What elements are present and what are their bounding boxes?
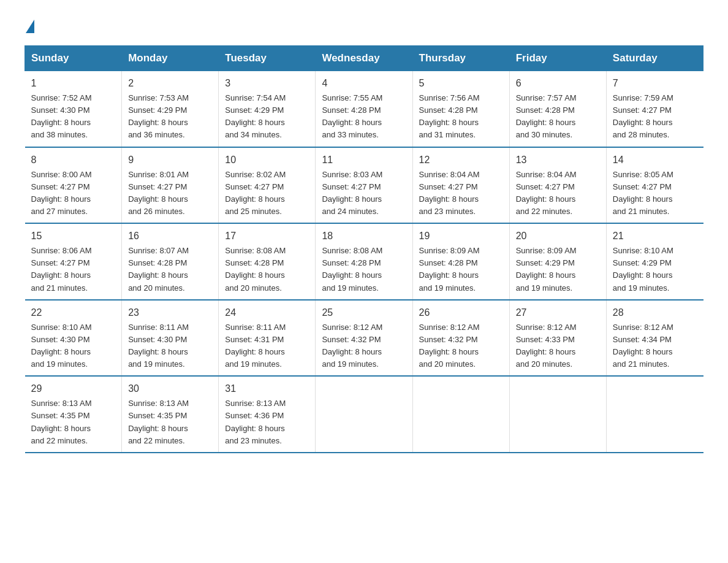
day-info: Sunrise: 7:55 AMSunset: 4:28 PMDaylight:… [322, 92, 406, 142]
day-number: 15 [31, 229, 116, 243]
day-info: Sunrise: 8:08 AMSunset: 4:28 PMDaylight:… [322, 245, 406, 294]
header-friday: Friday [509, 46, 606, 71]
day-info: Sunrise: 8:12 AMSunset: 4:34 PMDaylight:… [613, 321, 697, 371]
day-info: Sunrise: 8:04 AMSunset: 4:27 PMDaylight:… [516, 169, 600, 218]
calendar-cell: 3Sunrise: 7:54 AMSunset: 4:29 PMDaylight… [219, 71, 316, 147]
day-info: Sunrise: 8:10 AMSunset: 4:29 PMDaylight:… [613, 245, 697, 294]
day-info: Sunrise: 8:12 AMSunset: 4:33 PMDaylight:… [516, 321, 600, 371]
day-info: Sunrise: 7:56 AMSunset: 4:28 PMDaylight:… [419, 92, 503, 142]
day-number: 12 [419, 153, 503, 167]
day-number: 7 [613, 76, 697, 91]
calendar-cell: 14Sunrise: 8:05 AMSunset: 4:27 PMDayligh… [606, 147, 703, 224]
day-number: 16 [128, 229, 212, 243]
day-number: 6 [516, 76, 600, 91]
day-number: 5 [419, 76, 503, 91]
calendar-cell: 30Sunrise: 8:13 AMSunset: 4:35 PMDayligh… [122, 376, 219, 453]
calendar-cell: 6Sunrise: 7:57 AMSunset: 4:28 PMDaylight… [509, 71, 606, 147]
day-number: 18 [322, 229, 406, 243]
day-info: Sunrise: 8:06 AMSunset: 4:27 PMDaylight:… [31, 245, 116, 294]
header-tuesday: Tuesday [219, 46, 316, 71]
calendar-cell: 21Sunrise: 8:10 AMSunset: 4:29 PMDayligh… [606, 223, 703, 300]
calendar-cell [316, 376, 412, 453]
logo-triangle-icon [26, 20, 34, 33]
calendar-cell: 2Sunrise: 7:53 AMSunset: 4:29 PMDaylight… [122, 71, 219, 147]
day-number: 3 [225, 76, 309, 91]
calendar-cell: 5Sunrise: 7:56 AMSunset: 4:28 PMDaylight… [412, 71, 509, 147]
calendar-cell: 9Sunrise: 8:01 AMSunset: 4:27 PMDaylight… [122, 147, 219, 224]
calendar-cell: 20Sunrise: 8:09 AMSunset: 4:29 PMDayligh… [509, 223, 606, 300]
day-info: Sunrise: 8:11 AMSunset: 4:30 PMDaylight:… [128, 321, 212, 371]
header-saturday: Saturday [606, 46, 703, 71]
day-info: Sunrise: 8:02 AMSunset: 4:27 PMDaylight:… [225, 169, 309, 218]
calendar-week-row: 15Sunrise: 8:06 AMSunset: 4:27 PMDayligh… [25, 223, 703, 300]
day-info: Sunrise: 8:13 AMSunset: 4:35 PMDaylight:… [31, 397, 116, 447]
logo [25, 18, 34, 33]
header-wednesday: Wednesday [316, 46, 412, 71]
day-info: Sunrise: 8:13 AMSunset: 4:35 PMDaylight:… [128, 397, 212, 447]
day-info: Sunrise: 8:03 AMSunset: 4:27 PMDaylight:… [322, 169, 406, 218]
calendar-week-row: 8Sunrise: 8:00 AMSunset: 4:27 PMDaylight… [25, 147, 703, 224]
calendar-cell: 23Sunrise: 8:11 AMSunset: 4:30 PMDayligh… [122, 300, 219, 377]
calendar-cell [509, 376, 606, 453]
day-number: 29 [31, 381, 116, 396]
day-info: Sunrise: 8:04 AMSunset: 4:27 PMDaylight:… [419, 169, 503, 218]
calendar-cell: 24Sunrise: 8:11 AMSunset: 4:31 PMDayligh… [219, 300, 316, 377]
day-number: 24 [225, 305, 309, 320]
day-number: 27 [516, 305, 600, 320]
day-number: 13 [516, 153, 600, 167]
day-number: 30 [128, 381, 212, 396]
day-info: Sunrise: 7:57 AMSunset: 4:28 PMDaylight:… [516, 92, 600, 142]
day-number: 1 [31, 76, 116, 91]
calendar-cell: 17Sunrise: 8:08 AMSunset: 4:28 PMDayligh… [219, 223, 316, 300]
calendar-header-row: SundayMondayTuesdayWednesdayThursdayFrid… [25, 46, 703, 71]
day-info: Sunrise: 8:10 AMSunset: 4:30 PMDaylight:… [31, 321, 116, 371]
calendar-cell: 15Sunrise: 8:06 AMSunset: 4:27 PMDayligh… [25, 223, 122, 300]
day-info: Sunrise: 7:52 AMSunset: 4:30 PMDaylight:… [31, 92, 116, 142]
calendar-week-row: 1Sunrise: 7:52 AMSunset: 4:30 PMDaylight… [25, 71, 703, 147]
calendar-cell: 13Sunrise: 8:04 AMSunset: 4:27 PMDayligh… [509, 147, 606, 224]
header-monday: Monday [122, 46, 219, 71]
calendar-cell: 18Sunrise: 8:08 AMSunset: 4:28 PMDayligh… [316, 223, 412, 300]
calendar-cell: 19Sunrise: 8:09 AMSunset: 4:28 PMDayligh… [412, 223, 509, 300]
day-info: Sunrise: 7:54 AMSunset: 4:29 PMDaylight:… [225, 92, 309, 142]
day-number: 28 [613, 305, 697, 320]
calendar-cell: 29Sunrise: 8:13 AMSunset: 4:35 PMDayligh… [25, 376, 122, 453]
day-number: 14 [613, 153, 697, 167]
day-info: Sunrise: 8:09 AMSunset: 4:29 PMDaylight:… [516, 245, 600, 294]
calendar-table: SundayMondayTuesdayWednesdayThursdayFrid… [25, 45, 703, 453]
day-number: 31 [225, 381, 309, 396]
day-number: 8 [31, 153, 116, 167]
header-sunday: Sunday [25, 46, 122, 71]
calendar-cell: 28Sunrise: 8:12 AMSunset: 4:34 PMDayligh… [606, 300, 703, 377]
calendar-cell [606, 376, 703, 453]
header-thursday: Thursday [412, 46, 509, 71]
day-info: Sunrise: 8:00 AMSunset: 4:27 PMDaylight:… [31, 169, 116, 218]
calendar-cell: 22Sunrise: 8:10 AMSunset: 4:30 PMDayligh… [25, 300, 122, 377]
calendar-week-row: 29Sunrise: 8:13 AMSunset: 4:35 PMDayligh… [25, 376, 703, 453]
day-number: 19 [419, 229, 503, 243]
calendar-week-row: 22Sunrise: 8:10 AMSunset: 4:30 PMDayligh… [25, 300, 703, 377]
calendar-cell: 4Sunrise: 7:55 AMSunset: 4:28 PMDaylight… [316, 71, 412, 147]
calendar-cell: 11Sunrise: 8:03 AMSunset: 4:27 PMDayligh… [316, 147, 412, 224]
day-number: 25 [322, 305, 406, 320]
calendar-cell: 8Sunrise: 8:00 AMSunset: 4:27 PMDaylight… [25, 147, 122, 224]
day-number: 17 [225, 229, 309, 243]
day-number: 9 [128, 153, 212, 167]
day-number: 20 [516, 229, 600, 243]
day-number: 2 [128, 76, 212, 91]
day-info: Sunrise: 8:13 AMSunset: 4:36 PMDaylight:… [225, 397, 309, 447]
day-number: 4 [322, 76, 406, 91]
day-info: Sunrise: 8:11 AMSunset: 4:31 PMDaylight:… [225, 321, 309, 371]
day-number: 21 [613, 229, 697, 243]
calendar-cell: 7Sunrise: 7:59 AMSunset: 4:27 PMDaylight… [606, 71, 703, 147]
day-number: 10 [225, 153, 309, 167]
day-number: 11 [322, 153, 406, 167]
day-info: Sunrise: 8:12 AMSunset: 4:32 PMDaylight:… [322, 321, 406, 371]
calendar-cell: 27Sunrise: 8:12 AMSunset: 4:33 PMDayligh… [509, 300, 606, 377]
day-info: Sunrise: 8:01 AMSunset: 4:27 PMDaylight:… [128, 169, 212, 218]
calendar-cell: 16Sunrise: 8:07 AMSunset: 4:28 PMDayligh… [122, 223, 219, 300]
day-info: Sunrise: 8:08 AMSunset: 4:28 PMDaylight:… [225, 245, 309, 294]
page-header [25, 18, 703, 33]
calendar-cell: 10Sunrise: 8:02 AMSunset: 4:27 PMDayligh… [219, 147, 316, 224]
calendar-cell: 12Sunrise: 8:04 AMSunset: 4:27 PMDayligh… [412, 147, 509, 224]
